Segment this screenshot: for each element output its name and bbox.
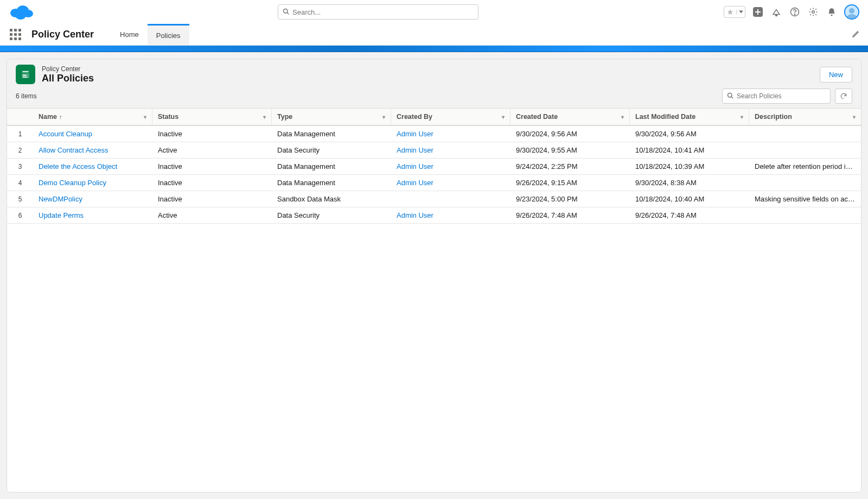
col-last-modified-label: Last Modified Date — [635, 113, 695, 121]
table-row: 6 Update Perms Active Data Security Admi… — [7, 207, 861, 224]
svg-point-19 — [728, 93, 732, 97]
cell-type: Sandbox Data Mask — [272, 195, 391, 203]
list-card: Policy Center All Policies New 6 items — [7, 59, 861, 492]
svg-line-20 — [731, 97, 733, 98]
col-created-date-label: Created Date — [516, 113, 558, 121]
cell-description: Masking sensitive fields on accou... — [749, 195, 861, 203]
created-by-link[interactable]: Admin User — [397, 211, 433, 219]
cell-created-by: Admin User — [391, 146, 510, 154]
chevron-down-icon: ▾ — [853, 114, 856, 120]
global-search-input[interactable] — [292, 8, 474, 16]
policy-object-icon — [16, 65, 35, 84]
cell-type: Data Management — [272, 130, 391, 138]
chevron-down-icon: ▾ — [502, 114, 505, 120]
context-ribbon — [0, 46, 868, 52]
chevron-down-icon: ▾ — [621, 114, 624, 120]
svg-point-13 — [794, 14, 795, 15]
cell-created-by: Admin User — [391, 162, 510, 170]
created-by-link[interactable]: Admin User — [397, 179, 433, 187]
app-launcher-icon[interactable] — [9, 28, 22, 41]
cell-created-by: Admin User — [391, 211, 510, 219]
policy-name-link[interactable]: Demo Cleanup Policy — [39, 179, 106, 187]
cell-name: Demo Cleanup Policy — [33, 179, 152, 187]
cell-status: Active — [152, 211, 272, 219]
title-group: Policy Center All Policies — [42, 65, 94, 84]
chevron-down-icon — [736, 10, 745, 14]
cell-created-date: 9/30/2024, 9:55 AM — [510, 146, 630, 154]
policy-name-link[interactable]: Delete the Access Object — [39, 162, 117, 170]
col-description-label: Description — [755, 113, 792, 121]
page-title: All Policies — [42, 73, 94, 84]
col-created-by[interactable]: Created By ▾ — [391, 109, 510, 125]
setup-gear-icon[interactable] — [807, 6, 819, 18]
arrow-up-icon: ↑ — [59, 113, 62, 120]
col-type[interactable]: Type ▾ — [272, 109, 391, 125]
row-number: 5 — [7, 195, 33, 203]
cell-created-date: 9/23/2024, 5:00 PM — [510, 195, 630, 203]
new-button[interactable]: New — [820, 67, 852, 83]
created-by-link[interactable]: Admin User — [397, 162, 433, 170]
nav-tab-home[interactable]: Home — [111, 24, 148, 45]
global-add-button[interactable] — [752, 6, 764, 18]
nav-tabs: Home Policies — [111, 24, 189, 45]
col-status[interactable]: Status ▾ — [152, 109, 272, 125]
created-by-link[interactable]: Admin User — [397, 146, 433, 154]
refresh-button[interactable] — [835, 89, 852, 104]
row-number: 6 — [7, 212, 33, 219]
chevron-down-icon: ▾ — [741, 114, 743, 120]
cell-modified-date: 10/18/2024, 10:40 AM — [630, 195, 749, 203]
policy-name-link[interactable]: NewDMPolicy — [39, 195, 82, 203]
nav-tab-policies[interactable]: Policies — [148, 24, 189, 45]
policies-table: Name ↑ ▾ Status ▾ Type ▾ Created By ▾ — [7, 108, 861, 492]
header-utilities — [724, 4, 859, 20]
guidance-center-icon[interactable] — [770, 6, 782, 18]
cell-type: Data Security — [272, 211, 391, 219]
cell-modified-date: 9/30/2024, 8:38 AM — [630, 179, 749, 187]
global-header — [0, 0, 868, 24]
cell-status: Active — [152, 146, 272, 154]
cell-created-date: 9/26/2024, 9:15 AM — [510, 179, 630, 187]
app-title: Policy Center — [31, 29, 94, 40]
col-created-by-label: Created By — [397, 113, 432, 121]
edit-pencil-icon[interactable] — [852, 29, 860, 40]
svg-marker-7 — [739, 11, 743, 14]
cell-modified-date: 10/18/2024, 10:41 AM — [630, 146, 749, 154]
chevron-down-icon: ▾ — [144, 114, 146, 120]
table-row: 1 Account Cleanup Inactive Data Manageme… — [7, 126, 861, 142]
list-search[interactable] — [722, 89, 831, 104]
col-name[interactable]: Name ↑ ▾ — [33, 109, 152, 125]
cell-modified-date: 9/26/2024, 7:48 AM — [630, 211, 749, 219]
col-last-modified[interactable]: Last Modified Date ▾ — [630, 109, 749, 125]
search-icon — [727, 92, 733, 100]
row-number: 1 — [7, 130, 33, 138]
svg-point-3 — [15, 11, 26, 20]
col-description[interactable]: Description ▾ — [749, 109, 861, 125]
svg-point-11 — [776, 15, 777, 16]
created-by-link[interactable]: Admin User — [397, 130, 433, 138]
page-subheader: 6 items — [7, 85, 861, 108]
global-search[interactable] — [278, 4, 478, 20]
table-row: 2 Allow Contract Access Active Data Secu… — [7, 142, 861, 159]
cell-status: Inactive — [152, 179, 272, 187]
list-search-input[interactable] — [737, 92, 826, 100]
cell-name: Delete the Access Object — [33, 162, 152, 170]
notifications-bell-icon[interactable] — [826, 6, 838, 18]
cell-name: Update Perms — [33, 211, 152, 219]
cell-type: Data Management — [272, 179, 391, 187]
cell-name: NewDMPolicy — [33, 195, 152, 203]
cell-type: Data Security — [272, 146, 391, 154]
nav-bar: Policy Center Home Policies — [0, 24, 868, 46]
col-created-date[interactable]: Created Date ▾ — [510, 109, 630, 125]
cell-created-date: 9/30/2024, 9:56 AM — [510, 130, 630, 138]
cell-status: Inactive — [152, 162, 272, 170]
page-overline: Policy Center — [42, 65, 94, 73]
favorites-button[interactable] — [724, 6, 745, 18]
user-avatar[interactable] — [844, 4, 859, 20]
item-count: 6 items — [16, 92, 37, 100]
policy-name-link[interactable]: Allow Contract Access — [39, 146, 108, 154]
help-icon[interactable] — [789, 6, 801, 18]
cell-modified-date: 10/18/2024, 10:39 AM — [630, 162, 749, 170]
policy-name-link[interactable]: Account Cleanup — [39, 130, 92, 138]
policy-name-link[interactable]: Update Perms — [39, 211, 84, 219]
cell-modified-date: 9/30/2024, 9:56 AM — [630, 130, 749, 138]
